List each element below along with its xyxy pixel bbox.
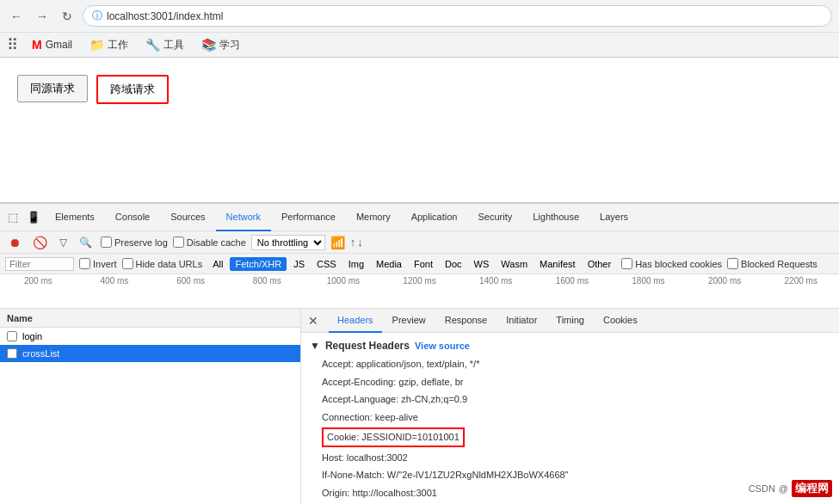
tl-label-9: 2000 ms xyxy=(687,276,763,286)
throttle-select[interactable]: No throttling xyxy=(251,235,325,250)
tab-sources[interactable]: Sources xyxy=(160,204,215,231)
filter-manifest[interactable]: Manifest xyxy=(534,257,581,271)
tl-label-2: 600 ms xyxy=(152,276,229,286)
headers-tab-headers[interactable]: Headers xyxy=(329,309,382,333)
tab-security[interactable]: Security xyxy=(467,204,522,231)
study-icon: 📚 xyxy=(201,38,216,52)
main-split: Name login crossList ✕ Headers Preview R… xyxy=(0,309,839,504)
tab-console[interactable]: Console xyxy=(105,204,160,231)
header-cookie: Cookie: JESSIONID=10101001 xyxy=(310,426,830,449)
filter-media[interactable]: Media xyxy=(371,257,407,271)
upload-icon: ↑ xyxy=(350,236,356,249)
blocked-cookies-checkbox[interactable]: Has blocked cookies xyxy=(621,258,722,269)
headers-tab-initiator[interactable]: Initiator xyxy=(497,309,546,333)
invert-checkbox[interactable]: Invert xyxy=(79,258,117,269)
stop-button[interactable]: 🚫 xyxy=(29,235,51,250)
timeline-bar xyxy=(0,299,839,304)
preserve-log-checkbox[interactable]: Preserve log xyxy=(101,237,168,248)
headers-tab-preview[interactable]: Preview xyxy=(384,309,435,333)
request-item-login[interactable]: login xyxy=(0,328,300,345)
blocked-requests-checkbox[interactable]: Blocked Requests xyxy=(727,258,817,269)
crosslist-request-name: crossList xyxy=(22,348,59,359)
devtools-topbar: ⬚ 📱 Elements Console Sources Network Per… xyxy=(0,204,839,231)
bookmark-work-label: 工作 xyxy=(108,38,128,52)
devtools-dock-button[interactable]: ⬚ xyxy=(3,206,22,230)
disable-cache-checkbox[interactable]: Disable cache xyxy=(173,237,246,248)
tl-label-8: 1800 ms xyxy=(610,276,687,286)
same-origin-button[interactable]: 同源请求 xyxy=(17,75,88,102)
network-toolbar: ⏺ 🚫 ▽ 🔍 Preserve log Disable cache No th… xyxy=(0,231,839,254)
headers-tab-response[interactable]: Response xyxy=(436,309,497,333)
apps-icon[interactable]: ⠿ xyxy=(7,35,18,54)
back-button[interactable]: ← xyxy=(7,8,26,25)
forward-button[interactable]: → xyxy=(33,8,52,25)
at-symbol: @ xyxy=(779,483,788,494)
headers-panel: ✕ Headers Preview Response Initiator Tim… xyxy=(301,309,839,504)
header-accept-language: Accept-Language: zh-CN,zh;q=0.9 xyxy=(310,390,830,409)
tl-label-10: 2200 ms xyxy=(762,276,839,286)
headers-tab-timing[interactable]: Timing xyxy=(547,309,593,333)
bookmarks-bar: ⠿ M Gmail 📁 工作 🔧 工具 📚 学习 xyxy=(0,32,839,57)
request-item-crosslist[interactable]: crossList xyxy=(0,345,300,362)
login-request-name: login xyxy=(22,331,42,341)
filter-input[interactable] xyxy=(5,257,74,271)
tl-label-7: 1600 ms xyxy=(534,276,610,286)
wifi-icon: 📶 xyxy=(330,236,345,249)
search-button[interactable]: 🔍 xyxy=(76,236,96,249)
timeline-labels: 200 ms 400 ms 600 ms 800 ms 1000 ms 1200… xyxy=(0,276,839,286)
filter-other[interactable]: Other xyxy=(583,257,617,271)
request-list-header: Name xyxy=(0,309,300,328)
devtools-mobile-button[interactable]: 📱 xyxy=(22,206,45,230)
tab-performance[interactable]: Performance xyxy=(271,204,346,231)
header-accept: Accept: application/json, text/plain, */… xyxy=(310,355,830,373)
filter-js[interactable]: JS xyxy=(288,257,310,271)
filter-bar: Invert Hide data URLs All Fetch/XHR JS C… xyxy=(0,254,839,274)
csdn-logo: 编程网 xyxy=(792,480,832,497)
filter-icon[interactable]: ▽ xyxy=(56,236,71,249)
devtools-tabs: Elements Console Sources Network Perform… xyxy=(45,204,836,231)
tab-application[interactable]: Application xyxy=(401,204,468,231)
bookmark-gmail[interactable]: M Gmail xyxy=(28,36,76,53)
tab-layers[interactable]: Layers xyxy=(589,204,639,231)
bookmark-study[interactable]: 📚 学习 xyxy=(198,36,244,54)
login-checkbox[interactable] xyxy=(7,331,17,341)
close-panel-button[interactable]: ✕ xyxy=(305,314,322,328)
header-connection: Connection: keep-alive xyxy=(310,409,830,427)
address-bar[interactable]: ⓘ localhost:3001/index.html xyxy=(83,5,832,27)
filter-all[interactable]: All xyxy=(207,257,228,271)
bookmark-tools[interactable]: 🔧 工具 xyxy=(142,36,188,54)
filter-types: All Fetch/XHR JS CSS Img Media Font Doc … xyxy=(207,257,616,271)
headers-content: ▼ Request Headers View source Accept: ap… xyxy=(301,333,839,504)
filter-fetch-xhr[interactable]: Fetch/XHR xyxy=(230,257,287,271)
crosslist-checkbox[interactable] xyxy=(7,348,17,359)
tl-label-5: 1200 ms xyxy=(381,276,458,286)
browser-chrome: ← → ↻ ⓘ localhost:3001/index.html ⠿ M Gm… xyxy=(0,0,839,58)
csdn-watermark: CSDN @ 编程网 xyxy=(749,480,832,497)
filter-wasm[interactable]: Wasm xyxy=(496,257,533,271)
view-source-link[interactable]: View source xyxy=(415,341,470,351)
cross-domain-button[interactable]: 跨域请求 xyxy=(96,75,169,104)
tab-network[interactable]: Network xyxy=(216,204,271,231)
record-button[interactable]: ⏺ xyxy=(5,235,24,250)
timeline-area: 200 ms 400 ms 600 ms 800 ms 1000 ms 1200… xyxy=(0,274,839,309)
filter-doc[interactable]: Doc xyxy=(440,257,467,271)
filter-css[interactable]: CSS xyxy=(312,257,342,271)
gmail-icon: M xyxy=(32,38,42,52)
tab-lighthouse[interactable]: Lighthouse xyxy=(522,204,589,231)
triangle-icon: ▼ xyxy=(310,340,320,352)
hide-data-urls-checkbox[interactable]: Hide data URLs xyxy=(122,258,203,269)
tl-label-0: 200 ms xyxy=(0,276,77,286)
filter-font[interactable]: Font xyxy=(409,257,438,271)
tab-elements[interactable]: Elements xyxy=(45,204,105,231)
headers-tab-cookies[interactable]: Cookies xyxy=(595,309,646,333)
tl-label-6: 1400 ms xyxy=(458,276,534,286)
bookmark-work[interactable]: 📁 工作 xyxy=(86,36,132,54)
tab-memory[interactable]: Memory xyxy=(346,204,401,231)
headers-tabs: ✕ Headers Preview Response Initiator Tim… xyxy=(301,309,839,333)
upload-download: ↑ ↓ xyxy=(350,236,363,249)
header-accept-encoding: Accept-Encoding: gzip, deflate, br xyxy=(310,373,830,391)
refresh-button[interactable]: ↻ xyxy=(59,8,76,25)
filter-ws[interactable]: WS xyxy=(469,257,495,271)
filter-img[interactable]: Img xyxy=(343,257,369,271)
bookmark-study-label: 学习 xyxy=(219,38,240,52)
